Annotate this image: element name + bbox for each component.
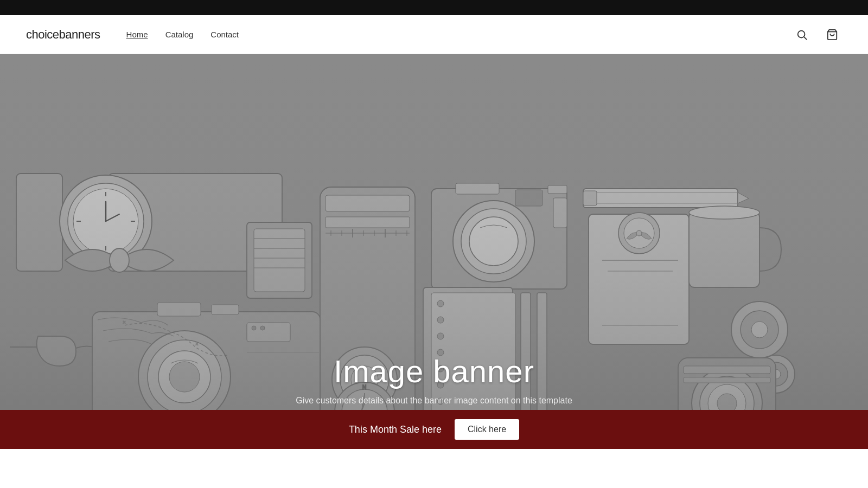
nav-catalog[interactable]: Catalog xyxy=(165,30,194,39)
click-here-button[interactable]: Click here xyxy=(455,419,519,440)
header: choicebanners Home Catalog Contact xyxy=(0,15,868,54)
sale-text: This Month Sale here xyxy=(349,424,442,435)
nav-contact[interactable]: Contact xyxy=(210,30,239,39)
cart-icon xyxy=(826,29,838,41)
nav-home[interactable]: Home xyxy=(126,30,148,39)
hero-subtitle: Give customers details about the banner … xyxy=(296,396,572,406)
nav: Home Catalog Contact xyxy=(126,30,792,39)
hero-text: Image banner Give customers details abou… xyxy=(296,353,572,406)
sale-banner: This Month Sale here Click here xyxy=(0,410,868,449)
cart-button[interactable] xyxy=(822,25,842,44)
svg-point-0 xyxy=(798,30,805,37)
hero-section: × × N xyxy=(0,54,868,449)
search-button[interactable] xyxy=(792,25,812,44)
hero-title: Image banner xyxy=(296,353,572,389)
svg-line-1 xyxy=(804,37,807,40)
search-icon xyxy=(796,29,808,41)
top-bar xyxy=(0,0,868,15)
header-icons xyxy=(792,25,842,44)
logo[interactable]: choicebanners xyxy=(26,28,100,42)
